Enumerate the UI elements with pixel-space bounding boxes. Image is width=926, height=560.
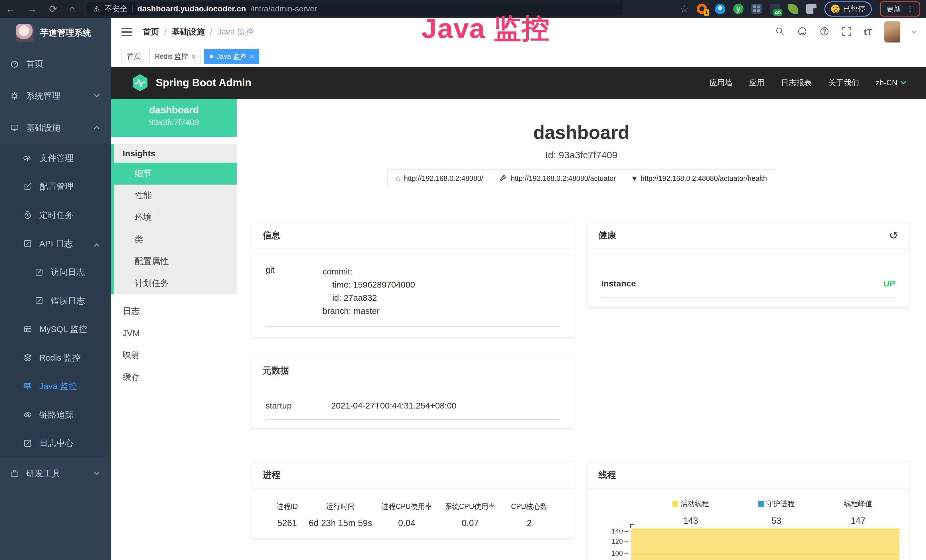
sidebar-item-tracing[interactable]: 链路追踪 [0, 401, 111, 429]
tab-close-icon[interactable]: × [250, 53, 254, 61]
sidebar-item-scheduled-jobs[interactable]: 定时任务 [0, 201, 111, 229]
sidebar-item-access-logs[interactable]: 访问日志 [0, 258, 111, 286]
health-instance-row[interactable]: Instance UP [587, 249, 909, 288]
help-icon[interactable] [819, 26, 830, 38]
reload-icon[interactable]: ⟳ [49, 4, 57, 14]
tab-home[interactable]: 首页 [121, 49, 146, 64]
extension-icon-orange[interactable]: 1 [697, 4, 707, 14]
paused-pill[interactable]: 已暂停 [825, 2, 872, 17]
admin-sidebar: 芋道管理系统 首页 系统管理 基础设施 文件管理 配置管理 定时任务 API 日… [0, 18, 111, 560]
font-size-icon[interactable]: tT [864, 27, 872, 37]
insights-section-title: Insights [114, 144, 237, 163]
history-icon[interactable]: ↺ [889, 230, 898, 241]
sidebar-item-infrastructure[interactable]: 基础设施 [0, 112, 111, 144]
eye-icon [23, 410, 32, 419]
breadcrumb-separator: / [210, 27, 212, 37]
page-instance-id: Id: 93a3fc7f7409 [237, 150, 926, 160]
sidebar-item-mysql-monitor[interactable]: MySQL 监控 [0, 315, 111, 344]
process-table: 进程ID5261 运行时间6d 23h 15m 59s 进程CPU使用率0.04… [251, 489, 574, 528]
sidebar-item-label: 日志中心 [39, 437, 74, 449]
user-avatar[interactable] [884, 21, 900, 42]
sidebar-item-error-logs[interactable]: 错误日志 [0, 286, 111, 315]
home-icon[interactable]: ⌂ [69, 4, 75, 14]
sba-nav-journal[interactable]: 日志报表 [781, 77, 812, 88]
hamburger-icon[interactable] [121, 28, 132, 36]
sidebar-item-label: 链路追踪 [39, 409, 74, 421]
sidebar-item-java-monitor[interactable]: Java 监控 [0, 372, 111, 401]
git-commit-line: commit: [322, 265, 560, 278]
info-git-row: git commit: time: 1596289704000 id: 27aa… [251, 249, 574, 318]
back-icon[interactable]: ← [6, 4, 15, 14]
endpoint-actuator-url[interactable]: http://192.168.0.2:48080/actuator [491, 170, 624, 187]
extensions-puzzle-icon[interactable] [806, 4, 817, 14]
tab-redis-monitor[interactable]: Redis 监控 × [150, 49, 201, 64]
insights-item-config-props[interactable]: 配置属性 [114, 250, 237, 272]
legend-peak-threads: 线程峰值 147 [844, 499, 872, 526]
endpoint-health-url[interactable]: ♥ http://192.168.0.2:48080/actuator/heal… [624, 170, 775, 187]
tab-java-monitor[interactable]: Java 监控 × [204, 49, 259, 64]
extension-grid-icon[interactable] [752, 4, 762, 14]
sidebar-item-file-management[interactable]: 文件管理 [0, 144, 111, 172]
insights-item-details[interactable]: 细节 [111, 163, 237, 185]
insights-item-classes[interactable]: 类 [114, 229, 237, 250]
extension-pin-icon[interactable] [715, 4, 725, 14]
sba-header: Spring Boot Admin 应用墙 应用 日志报表 关于我们 zh-CN [111, 67, 926, 99]
brand-header[interactable]: 芋道管理系统 [0, 18, 111, 48]
sidebar-item-label: 错误日志 [51, 295, 85, 307]
sidebar-item-log-center[interactable]: 日志中心 [0, 429, 111, 458]
sidebar-item-label: 文件管理 [39, 152, 74, 164]
sidebar-item-label: 定时任务 [39, 209, 74, 221]
sidebar-item-api-logs[interactable]: API 日志 [0, 229, 111, 258]
endpoint-url: http://192.168.0.2:48080/actuator [511, 174, 616, 183]
fullscreen-icon[interactable] [841, 26, 852, 38]
extension-leaf-icon[interactable] [788, 4, 798, 14]
view-jvm[interactable]: JVM [111, 322, 237, 344]
yellow-legend-swatch [672, 501, 678, 507]
update-label: 更新 [887, 4, 901, 14]
sidebar-item-redis-monitor[interactable]: Redis 监控 [0, 344, 111, 372]
extension-badge-count: 1 [704, 9, 709, 16]
sidebar-item-label: 研发工具 [26, 468, 61, 480]
search-icon[interactable] [775, 26, 785, 38]
view-caches[interactable]: 缓存 [111, 366, 237, 388]
view-logs[interactable]: 日志 [111, 300, 237, 322]
extension-on-badge: on [773, 9, 782, 16]
browser-menu-dots-icon[interactable]: ⋮ [906, 5, 914, 14]
process-col-value: 0.04 [375, 518, 438, 528]
forward-icon[interactable]: → [27, 4, 37, 14]
extension-icon-y[interactable]: y [733, 4, 743, 14]
chevron-up-icon [94, 243, 100, 249]
sba-nav-about[interactable]: 关于我们 [828, 77, 859, 88]
sidebar-item-config-management[interactable]: 配置管理 [0, 172, 111, 201]
bookmark-star-icon[interactable]: ☆ [680, 3, 689, 15]
sba-nav-wallboard[interactable]: 应用墙 [709, 77, 732, 88]
instance-sidebar: dashboard 93a3fc7f7409 Insights 细节 性能 环境… [111, 99, 237, 560]
sidebar-item-label: Java 监控 [39, 381, 77, 392]
infrastructure-submenu: 文件管理 配置管理 定时任务 API 日志 访问日志 错误日志 MySQL 监控 [0, 144, 111, 458]
sidebar-item-label: 基础设施 [26, 122, 61, 134]
github-icon[interactable] [797, 26, 807, 38]
sba-brand-title[interactable]: Spring Boot Admin [156, 77, 251, 89]
metadata-startup-row: startup 2021-04-27T00:44:31.254+08:00 [251, 384, 574, 410]
sidebar-item-dev-tools[interactable]: 研发工具 [0, 458, 111, 490]
language-selector[interactable]: zh-CN [876, 79, 905, 87]
insights-item-metrics[interactable]: 性能 [114, 185, 237, 207]
endpoint-service-url[interactable]: ⌂ http://192.168.0.2:48080/ [387, 170, 492, 187]
user-caret-icon[interactable] [912, 29, 917, 34]
insights-item-environment[interactable]: 环境 [114, 207, 237, 229]
sba-nav-applications[interactable]: 应用 [749, 77, 764, 88]
house-icon: ⌂ [396, 174, 400, 183]
tab-close-icon[interactable]: × [191, 53, 195, 61]
heart-icon: ♥ [632, 174, 637, 183]
instance-header[interactable]: dashboard 93a3fc7f7409 [111, 99, 237, 137]
extension-icon-on[interactable]: on [770, 4, 780, 14]
insights-item-scheduled-tasks[interactable]: 计划任务 [114, 272, 237, 294]
update-button[interactable]: 更新 ⋮ [880, 2, 920, 17]
sidebar-item-home[interactable]: 首页 [0, 48, 111, 80]
metadata-card-title: 元数据 [263, 365, 289, 377]
sidebar-item-system[interactable]: 系统管理 [0, 80, 111, 112]
breadcrumb-home[interactable]: 首页 [142, 26, 159, 38]
security-label[interactable]: 不安全 [104, 4, 127, 14]
breadcrumb-infrastructure[interactable]: 基础设施 [172, 26, 205, 38]
view-mappings[interactable]: 映射 [111, 344, 237, 366]
